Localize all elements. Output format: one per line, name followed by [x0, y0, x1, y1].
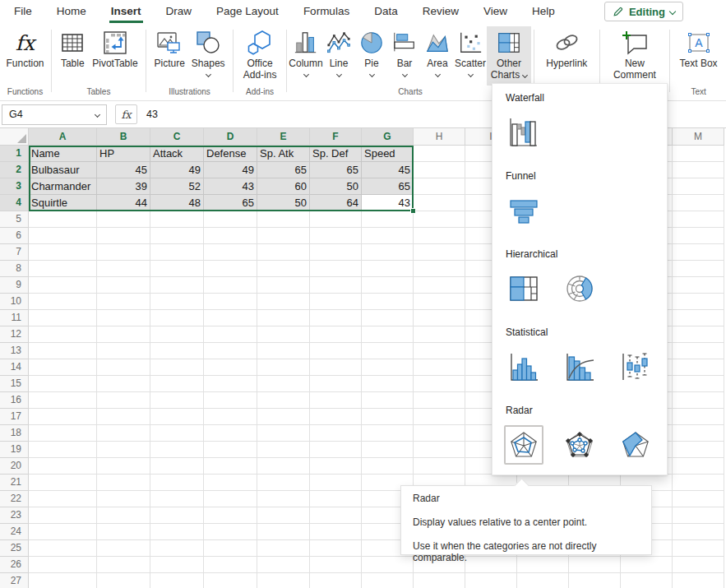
cell-B22[interactable]: [97, 491, 150, 507]
cell-C6[interactable]: [150, 228, 204, 244]
chart-type-histogram-icon[interactable]: [504, 347, 543, 387]
cell-E10[interactable]: [257, 294, 310, 310]
cell-A7[interactable]: [29, 244, 97, 261]
cell-A14[interactable]: [29, 359, 97, 376]
cell-M14[interactable]: [673, 359, 724, 376]
cell-A24[interactable]: [29, 524, 97, 540]
insert-function-button[interactable]: fx: [115, 104, 137, 124]
cell-C17[interactable]: [150, 409, 204, 425]
cell-D3[interactable]: 43: [204, 178, 257, 195]
cell-C4[interactable]: 48: [150, 195, 204, 211]
cell-E27[interactable]: [257, 573, 310, 588]
cell-F26[interactable]: [310, 557, 362, 573]
cell-G26[interactable]: [362, 557, 414, 573]
cell-M22[interactable]: [673, 491, 724, 507]
row-header-25[interactable]: 25: [0, 540, 29, 557]
fill-handle[interactable]: [410, 208, 416, 214]
cell-G8[interactable]: [362, 261, 414, 277]
cell-E17[interactable]: [257, 409, 310, 425]
cell-G20[interactable]: [362, 458, 414, 475]
formula-input[interactable]: 43: [146, 109, 158, 120]
cell-E13[interactable]: [257, 343, 310, 359]
scatter-chart-button[interactable]: Scatter: [454, 26, 487, 78]
column-header-D[interactable]: D: [204, 128, 257, 146]
cell-D7[interactable]: [204, 244, 257, 261]
cell-A22[interactable]: [29, 491, 97, 507]
cell-B18[interactable]: [97, 425, 150, 442]
cell-A20[interactable]: [29, 458, 97, 475]
cell-F19[interactable]: [310, 442, 362, 458]
cell-D6[interactable]: [204, 228, 257, 244]
cell-F13[interactable]: [310, 343, 362, 359]
cell-G1[interactable]: Speed: [362, 146, 414, 162]
row-header-13[interactable]: 13: [0, 343, 29, 359]
cell-B3[interactable]: 39: [97, 178, 150, 195]
cell-C27[interactable]: [150, 573, 204, 588]
cell-A3[interactable]: Charmander: [29, 178, 97, 195]
cell-G12[interactable]: [362, 326, 414, 343]
cell-D27[interactable]: [204, 573, 257, 588]
pivottable-button[interactable]: PivotTable: [89, 26, 141, 71]
cell-B23[interactable]: [97, 507, 150, 524]
cell-C13[interactable]: [150, 343, 204, 359]
cell-C18[interactable]: [150, 425, 204, 442]
cell-E23[interactable]: [257, 507, 310, 524]
cell-E24[interactable]: [257, 524, 310, 540]
cell-H8[interactable]: [414, 261, 465, 277]
cell-E9[interactable]: [257, 277, 310, 294]
cell-B14[interactable]: [97, 359, 150, 376]
cell-A26[interactable]: [29, 557, 97, 573]
cell-M25[interactable]: [673, 540, 724, 557]
row-header-4[interactable]: 4: [0, 195, 29, 211]
cell-G13[interactable]: [362, 343, 414, 359]
cell-F20[interactable]: [310, 458, 362, 475]
table-button[interactable]: Table: [56, 26, 89, 71]
cell-M5[interactable]: [673, 211, 724, 228]
row-header-14[interactable]: 14: [0, 359, 29, 376]
cell-M9[interactable]: [673, 277, 724, 294]
cell-B9[interactable]: [97, 277, 150, 294]
cell-H13[interactable]: [414, 343, 465, 359]
cell-A17[interactable]: [29, 409, 97, 425]
cell-H2[interactable]: [414, 162, 465, 178]
area-chart-button[interactable]: Area: [421, 26, 454, 78]
cell-H10[interactable]: [414, 294, 465, 310]
cell-E18[interactable]: [257, 425, 310, 442]
row-header-6[interactable]: 6: [0, 228, 29, 244]
cell-D5[interactable]: [204, 211, 257, 228]
cell-D26[interactable]: [204, 557, 257, 573]
cell-A1[interactable]: Name: [29, 146, 97, 162]
cell-M24[interactable]: [673, 524, 724, 540]
chart-type-radar-icon[interactable]: [504, 425, 543, 465]
row-header-18[interactable]: 18: [0, 425, 29, 442]
row-header-15[interactable]: 15: [0, 376, 29, 392]
cell-A18[interactable]: [29, 425, 97, 442]
cell-A11[interactable]: [29, 310, 97, 326]
cell-D19[interactable]: [204, 442, 257, 458]
cell-C11[interactable]: [150, 310, 204, 326]
cell-G3[interactable]: 65: [362, 178, 414, 195]
row-header-22[interactable]: 22: [0, 491, 29, 507]
cell-D13[interactable]: [204, 343, 257, 359]
cell-F27[interactable]: [310, 573, 362, 588]
cell-F5[interactable]: [310, 211, 362, 228]
cell-D18[interactable]: [204, 425, 257, 442]
row-header-12[interactable]: 12: [0, 326, 29, 343]
column-header-B[interactable]: B: [97, 128, 150, 146]
cell-A10[interactable]: [29, 294, 97, 310]
cell-M15[interactable]: [673, 376, 724, 392]
row-header-26[interactable]: 26: [0, 557, 29, 573]
row-header-10[interactable]: 10: [0, 294, 29, 310]
cell-A4[interactable]: Squirtle: [29, 195, 97, 211]
cell-M26[interactable]: [673, 557, 724, 573]
chart-type-box-whisker-icon[interactable]: [616, 347, 655, 387]
cell-G5[interactable]: [362, 211, 414, 228]
row-header-2[interactable]: 2: [0, 162, 29, 178]
cell-G7[interactable]: [362, 244, 414, 261]
cell-G2[interactable]: 45: [362, 162, 414, 178]
cell-B2[interactable]: 45: [97, 162, 150, 178]
cell-A12[interactable]: [29, 326, 97, 343]
cell-D23[interactable]: [204, 507, 257, 524]
row-header-24[interactable]: 24: [0, 524, 29, 540]
cell-H1[interactable]: [414, 146, 465, 162]
